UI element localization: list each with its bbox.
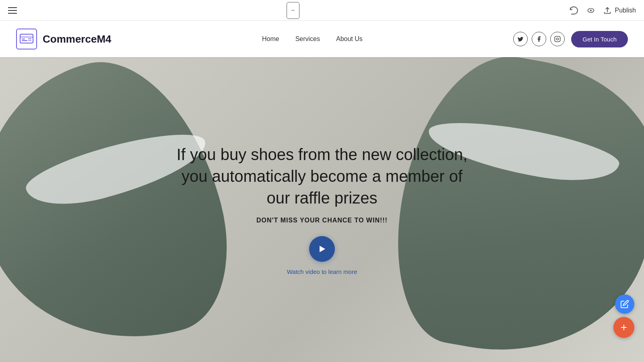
site-header: CommerceM4 Home Services About Us [0, 21, 644, 57]
get-in-touch-button[interactable]: Get In Touch [571, 31, 628, 47]
toolbar-center [287, 2, 299, 19]
hero-headline: If you buy shoes from the new collection… [169, 144, 475, 209]
publish-label: Publish [615, 7, 636, 14]
svg-marker-10 [320, 246, 325, 252]
nav-about[interactable]: About Us [336, 35, 363, 43]
logo-text: CommerceM4 [43, 33, 111, 45]
publish-button[interactable]: Publish [603, 6, 636, 15]
nav-home[interactable]: Home [262, 35, 279, 43]
watch-video-link[interactable]: Watch video to learn more [287, 268, 357, 275]
edit-fab-button[interactable] [615, 294, 634, 314]
toolbar-left [8, 7, 17, 14]
header-actions: Get In Touch [513, 31, 628, 47]
svg-rect-5 [22, 40, 27, 41]
site-nav: Home Services About Us [262, 35, 363, 43]
toolbar: Publish [0, 0, 644, 21]
play-button[interactable] [309, 236, 335, 262]
logo-icon [16, 29, 37, 49]
hero-content: If you buy shoes from the new collection… [169, 144, 475, 276]
svg-point-1 [590, 9, 591, 11]
instagram-icon[interactable] [550, 32, 565, 46]
mobile-preview-button[interactable] [287, 2, 299, 19]
twitter-icon[interactable] [513, 32, 528, 46]
preview-icon[interactable] [585, 6, 597, 14]
hero-subtext: DON'T MISS YOUR CHANCE TO WIN!!! [169, 217, 475, 224]
nav-services[interactable]: Services [295, 35, 320, 43]
svg-rect-4 [22, 39, 25, 39]
facebook-icon[interactable] [532, 32, 546, 46]
toolbar-right: Publish [569, 6, 636, 15]
hero-section: If you buy shoes from the new collection… [0, 57, 644, 362]
social-icons [513, 32, 565, 46]
undo-icon[interactable] [569, 6, 579, 15]
site-logo: CommerceM4 [16, 29, 111, 49]
svg-rect-8 [555, 36, 560, 41]
add-fab-button[interactable]: + [613, 317, 634, 338]
hamburger-icon[interactable] [8, 7, 17, 14]
